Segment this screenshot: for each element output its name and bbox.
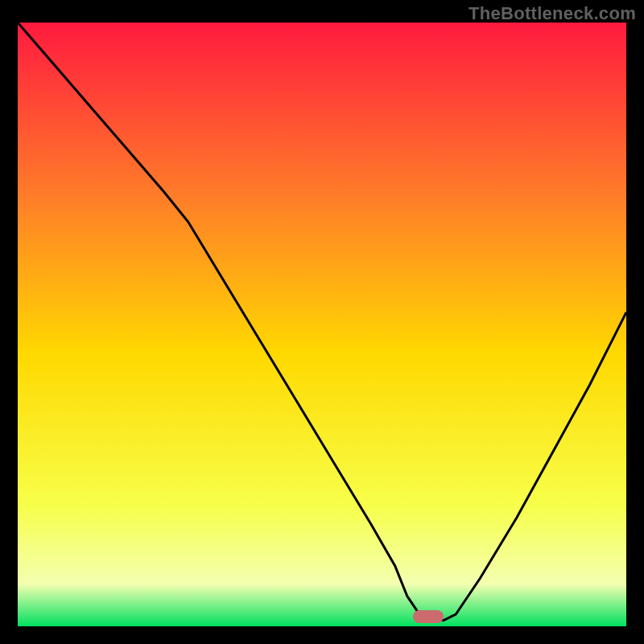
gradient-bg	[18, 23, 626, 626]
watermark-text: TheBottleneck.com	[469, 3, 636, 24]
chart-frame: TheBottleneck.com	[0, 0, 644, 644]
plot-area	[18, 23, 626, 626]
plot-svg	[18, 23, 626, 626]
optimal-marker	[413, 610, 444, 623]
